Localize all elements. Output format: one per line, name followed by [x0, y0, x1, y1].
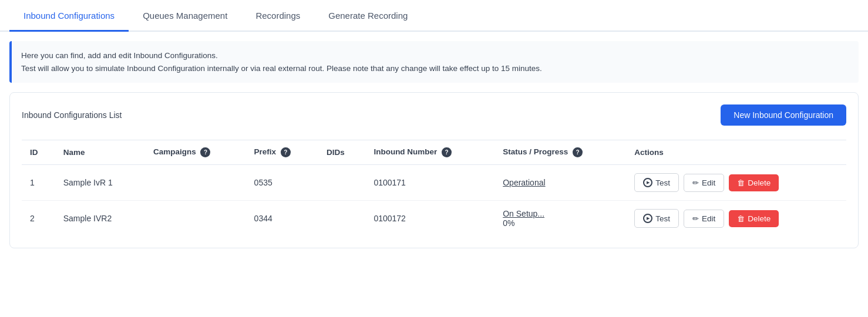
cell-dids	[318, 165, 365, 201]
status-setup[interactable]: On Setup...	[503, 209, 618, 218]
edit-icon: ✏	[692, 178, 699, 187]
info-line1: Here you can find, add and edit Inbound …	[21, 49, 849, 62]
col-prefix: Prefix ?	[246, 140, 318, 165]
delete-button[interactable]: 🗑 Delete	[729, 210, 779, 227]
table-row: 1Sample IvR 105350100171Operational▶ Tes…	[22, 165, 846, 201]
content-card: Inbound Configurations List New Inbound …	[9, 92, 859, 248]
cell-actions: ▶ Test✏ Edit🗑 Delete	[626, 201, 846, 237]
campaigns-help-icon: ?	[200, 147, 210, 157]
trash-icon: 🗑	[737, 178, 745, 187]
page-container: Inbound Configurations Queues Management…	[0, 0, 868, 317]
status-operational[interactable]: Operational	[503, 178, 545, 187]
col-actions: Actions	[626, 140, 846, 165]
tab-queues-management[interactable]: Queues Management	[129, 0, 241, 32]
cell-name: Sample IVR2	[55, 201, 145, 237]
prefix-help-icon: ?	[281, 147, 291, 157]
test-button[interactable]: ▶ Test	[634, 173, 679, 192]
cell-inbound-number: 0100172	[365, 201, 494, 237]
actions-group: ▶ Test✏ Edit🗑 Delete	[634, 173, 838, 192]
actions-group: ▶ Test✏ Edit🗑 Delete	[634, 209, 838, 228]
card-title: Inbound Configurations List	[22, 110, 122, 120]
tab-bar: Inbound Configurations Queues Management…	[0, 0, 868, 32]
edit-button[interactable]: ✏ Edit	[684, 210, 724, 228]
cell-name: Sample IvR 1	[55, 165, 145, 201]
tab-inbound-configurations[interactable]: Inbound Configurations	[9, 0, 129, 32]
tab-recordings[interactable]: Recordings	[241, 0, 314, 32]
table-header-row: ID Name Campaigns ? Prefix ? DIDs Inboun…	[22, 140, 846, 165]
status-progress: 0%	[503, 218, 618, 228]
cell-id: 2	[22, 201, 55, 237]
inbound-number-help-icon: ?	[442, 147, 452, 157]
edit-icon: ✏	[692, 214, 699, 223]
edit-button[interactable]: ✏ Edit	[684, 174, 724, 192]
delete-button[interactable]: 🗑 Delete	[729, 174, 779, 191]
cell-campaigns	[145, 201, 246, 237]
cell-campaigns	[145, 165, 246, 201]
info-line2: Test will allow you to simulate Inbound …	[21, 62, 849, 75]
cell-status: Operational	[494, 165, 626, 201]
status-progress-help-icon: ?	[573, 147, 583, 157]
cell-dids	[318, 201, 365, 237]
cell-actions: ▶ Test✏ Edit🗑 Delete	[626, 165, 846, 201]
table-row: 2Sample IVR203440100172On Setup...0%▶ Te…	[22, 201, 846, 237]
col-id: ID	[22, 140, 55, 165]
col-dids: DIDs	[318, 140, 365, 165]
cell-prefix: 0535	[246, 165, 318, 201]
play-circle-icon: ▶	[643, 178, 652, 187]
col-inbound-number: Inbound Number ?	[365, 140, 494, 165]
trash-icon: 🗑	[737, 214, 745, 223]
card-header: Inbound Configurations List New Inbound …	[22, 104, 846, 126]
col-campaigns: Campaigns ?	[145, 140, 246, 165]
cell-id: 1	[22, 165, 55, 201]
col-status-progress: Status / Progress ?	[494, 140, 626, 165]
cell-inbound-number: 0100171	[365, 165, 494, 201]
cell-prefix: 0344	[246, 201, 318, 237]
play-circle-icon: ▶	[643, 214, 652, 223]
cell-status: On Setup...0%	[494, 201, 626, 237]
inbound-configurations-table: ID Name Campaigns ? Prefix ? DIDs Inboun…	[22, 140, 846, 236]
test-button[interactable]: ▶ Test	[634, 209, 679, 228]
info-banner: Here you can find, add and edit Inbound …	[9, 41, 859, 83]
tab-generate-recording[interactable]: Generate Recording	[314, 0, 422, 32]
col-name: Name	[55, 140, 145, 165]
new-inbound-configuration-button[interactable]: New Inbound Configuration	[721, 104, 846, 126]
